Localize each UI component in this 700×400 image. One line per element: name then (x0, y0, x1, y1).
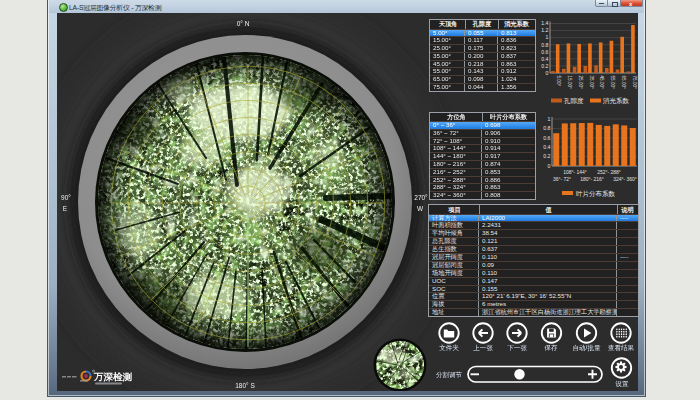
svg-text:180° S: 180° S (235, 382, 255, 389)
svg-text:0: 0 (548, 163, 551, 169)
svg-text:65.00°: 65.00° (621, 76, 626, 89)
svg-text:0.8: 0.8 (541, 42, 548, 48)
svg-text:E: E (63, 205, 68, 212)
svg-text:35.00°: 35.00° (589, 76, 594, 89)
svg-text:1.4: 1.4 (541, 20, 548, 26)
svg-text:0.6: 0.6 (541, 49, 548, 55)
svg-text:25.00°: 25.00° (578, 76, 583, 89)
svg-text:1: 1 (546, 34, 549, 40)
svg-text:0° N: 0° N (237, 20, 250, 27)
svg-text:270°: 270° (414, 194, 428, 201)
svg-text:自动/批量: 自动/批量 (573, 344, 601, 352)
svg-text:下一张: 下一张 (507, 344, 527, 352)
svg-text:0.8: 0.8 (543, 125, 550, 131)
svg-text:180°- 216°: 180°- 216° (580, 176, 604, 182)
svg-text:文件夹: 文件夹 (439, 344, 459, 351)
svg-text:324°- 360°: 324°- 360° (613, 176, 637, 182)
svg-text:分割调节: 分割调节 (436, 371, 463, 379)
svg-text:0.2: 0.2 (543, 153, 550, 159)
svg-text:0: 0 (546, 70, 549, 76)
svg-text:45.00°: 45.00° (599, 76, 604, 89)
svg-text:55.00°: 55.00° (610, 76, 615, 89)
svg-text:0.2: 0.2 (541, 63, 548, 69)
svg-text:0.4: 0.4 (543, 144, 550, 150)
svg-text:0.4: 0.4 (541, 56, 548, 62)
svg-text:36°- 72°: 36°- 72° (553, 176, 571, 182)
svg-text:消光系数: 消光系数 (602, 97, 630, 105)
svg-text:108°- 144°: 108°- 144° (563, 169, 587, 175)
svg-text:查看结果: 查看结果 (608, 344, 635, 352)
svg-text:0.6: 0.6 (543, 135, 550, 141)
svg-text:上一张: 上一张 (473, 344, 493, 352)
svg-text:保存: 保存 (545, 344, 559, 351)
svg-text:设置: 设置 (616, 380, 630, 387)
svg-text:15.00°: 15.00° (567, 76, 572, 89)
svg-text:W: W (417, 205, 424, 212)
svg-text:75.00°: 75.00° (632, 76, 637, 89)
svg-text:252°- 288°: 252°- 288° (597, 169, 621, 175)
svg-text:万深检测: 万深检测 (93, 371, 133, 382)
svg-text:1.2: 1.2 (541, 27, 548, 33)
svg-text:叶片分布系数: 叶片分布系数 (576, 190, 616, 198)
svg-text:5.00°: 5.00° (556, 76, 561, 87)
svg-text:1: 1 (548, 116, 551, 122)
svg-text:孔隙度: 孔隙度 (563, 97, 584, 105)
svg-text:90°: 90° (61, 194, 71, 201)
